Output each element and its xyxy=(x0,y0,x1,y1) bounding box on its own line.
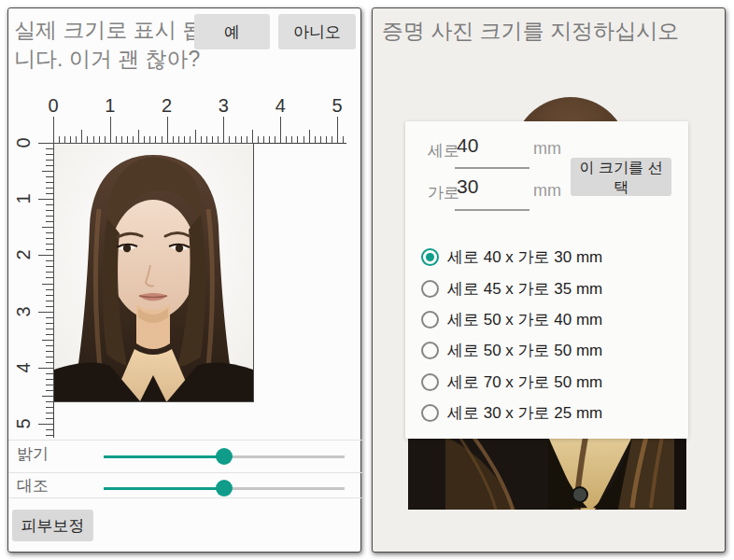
v-ruler-number: 2 xyxy=(13,245,34,265)
radio-selected-icon[interactable] xyxy=(421,248,439,266)
size-option-label: 세로 70 x 가로 50 mm xyxy=(447,371,602,393)
brightness-slider[interactable] xyxy=(104,448,345,465)
brightness-slider-thumb[interactable] xyxy=(216,448,233,465)
width-unit: mm xyxy=(533,181,561,201)
contrast-slider[interactable] xyxy=(104,480,345,497)
radio-icon[interactable] xyxy=(421,404,439,422)
size-option-row[interactable]: 세로 50 x 가로 50 mm xyxy=(421,335,678,366)
size-option-label: 세로 45 x 가로 35 mm xyxy=(447,278,602,300)
id-photo-preview xyxy=(53,143,254,402)
size-option-row[interactable]: 세로 40 x 가로 30 mm xyxy=(421,242,678,273)
slider-fill xyxy=(104,487,224,490)
v-ruler-number: 5 xyxy=(13,413,34,434)
portrait-photo xyxy=(54,144,253,401)
size-option-row[interactable]: 세로 70 x 가로 50 mm xyxy=(421,367,678,398)
h-ruler-number: 5 xyxy=(327,95,347,117)
h-ruler-number: 3 xyxy=(213,95,233,117)
divider xyxy=(8,497,362,498)
height-label: 세로 xyxy=(428,140,459,161)
confirm-size-question: 실제 크기로 표시 됩니다. 이거 괜 찮아? xyxy=(14,16,206,74)
width-label: 가로 xyxy=(428,182,459,203)
size-option-row[interactable]: 세로 45 x 가로 35 mm xyxy=(421,273,678,303)
v-ruler-number: 4 xyxy=(13,357,34,378)
yes-button[interactable]: 예 xyxy=(194,14,270,49)
contrast-label: 대조 xyxy=(17,475,49,497)
radio-icon[interactable] xyxy=(421,373,439,391)
chest-strip xyxy=(408,437,686,510)
divider xyxy=(8,440,362,441)
width-input[interactable] xyxy=(457,175,528,198)
height-unit: mm xyxy=(533,139,561,159)
h-ruler-number: 0 xyxy=(43,95,64,117)
height-input-underline xyxy=(455,167,529,169)
h-ruler-number: 1 xyxy=(100,95,120,117)
screenshot-canvas: 실제 크기로 표시 됩니다. 이거 괜 찮아? 예 아니오 012345 012… xyxy=(0,0,734,560)
size-option-row[interactable]: 세로 30 x 가로 25 mm xyxy=(421,398,678,428)
radio-icon[interactable] xyxy=(421,280,439,298)
size-picker-panel: 증명 사진 크기를 지정하십시오 xyxy=(372,7,726,553)
v-ruler-number: 1 xyxy=(13,189,34,209)
size-option-row[interactable]: 세로 50 x 가로 40 mm xyxy=(421,304,678,335)
no-button[interactable]: 아니오 xyxy=(278,14,356,49)
v-ruler-number: 3 xyxy=(13,301,34,322)
select-size-button[interactable]: 이 크기를 선택 xyxy=(571,158,671,196)
slider-fill xyxy=(104,455,224,458)
page-title: 증명 사진 크기를 지정하십시오 xyxy=(382,17,679,46)
v-ruler-number: 0 xyxy=(13,133,34,153)
h-ruler-number: 4 xyxy=(270,95,290,117)
radio-icon[interactable] xyxy=(421,311,439,329)
size-option-label: 세로 40 x 가로 30 mm xyxy=(447,246,602,268)
size-option-label: 세로 50 x 가로 50 mm xyxy=(447,340,602,361)
size-option-label: 세로 50 x 가로 40 mm xyxy=(447,309,602,330)
divider xyxy=(8,472,362,473)
size-option-label: 세로 30 x 가로 25 mm xyxy=(447,402,602,424)
h-ruler-number: 2 xyxy=(157,95,177,117)
photo-editor-panel: 실제 크기로 표시 됩니다. 이거 괜 찮아? 예 아니오 012345 012… xyxy=(7,7,361,553)
size-dialog: 세로 mm 가로 mm 이 크기를 선택 세로 40 x 가로 30 mm세로 … xyxy=(405,121,688,439)
skin-correction-button[interactable]: 피부보정 xyxy=(12,510,93,541)
contrast-slider-thumb[interactable] xyxy=(216,480,233,497)
brightness-label: 밝기 xyxy=(17,443,49,465)
radio-icon[interactable] xyxy=(421,342,439,359)
height-input[interactable] xyxy=(457,134,528,157)
width-input-underline xyxy=(455,209,529,211)
size-options-list: 세로 40 x 가로 30 mm세로 45 x 가로 35 mm세로 50 x … xyxy=(421,242,678,428)
